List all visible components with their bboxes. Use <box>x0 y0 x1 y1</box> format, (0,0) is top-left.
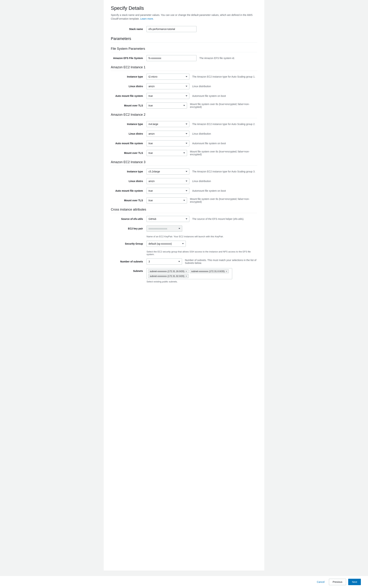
stack-name-label: Stack name <box>111 28 147 30</box>
ec2-3-auto-mount-row: Auto mount file system true Automount fi… <box>111 188 257 194</box>
security-group-label: Security Group <box>111 242 147 245</box>
ec2-2-linux-distro-select[interactable]: amzn <box>147 131 189 137</box>
footer-bar: Cancel Previous Next <box>0 576 368 588</box>
ec2-instance1-divider <box>111 70 257 71</box>
efs-utils-label: Source of efs-utils <box>111 218 147 220</box>
subnets-section: Subnets subnet-xxxxxxxx (172.31.16.0/20)… <box>111 268 257 283</box>
ec2-2-linux-distro-row: Linux distro amzn Linux distribution <box>111 131 257 137</box>
ec2-3-linux-distro-desc: Linux distribution <box>192 180 211 183</box>
ec2-1-auto-mount-select[interactable]: true <box>147 93 189 99</box>
subnets-container[interactable]: subnet-xxxxxxxx (172.31.16.0/20) × subne… <box>147 268 232 279</box>
ec2-3-auto-mount-desc: Automount file system on boot <box>192 189 226 192</box>
stack-name-input[interactable] <box>147 26 196 32</box>
ec2-1-instance-type-label: Instance type <box>111 75 147 78</box>
ec2-2-auto-mount-select[interactable]: true <box>147 140 189 146</box>
ec2-1-instance-type-row: Instance type t2.micro The Amazon EC2 in… <box>111 74 257 80</box>
subnets-row: Subnets subnet-xxxxxxxx (172.31.16.0/20)… <box>111 268 257 283</box>
keypair-select[interactable]: xxxxxxxxxxxxxxx <box>147 226 182 232</box>
keypair-section: EC2 key pair xxxxxxxxxxxxxxx Name of an … <box>111 226 257 238</box>
ec2-2-auto-mount-label: Auto mount file system <box>111 142 147 145</box>
ec2-1-mount-tls-label: Mount over TLS <box>111 104 147 107</box>
ec2-3-mount-tls-desc: Mount file system over tls (true=encrypt… <box>190 198 257 203</box>
keypair-label: EC2 key pair <box>111 227 147 230</box>
efs-utils-desc: The source of the EFS mount helper (efs-… <box>192 218 244 220</box>
ec2-1-auto-mount-desc: Automount file system on boot <box>192 95 226 97</box>
ec2-2-mount-tls-select[interactable]: true <box>147 150 187 156</box>
ec2-1-auto-mount-label: Auto mount file system <box>111 95 147 97</box>
subnet-tag-2: subnet-xxxxxxxx (172.31.0.0/20) × <box>190 269 229 273</box>
efs-label: Amazon EFS File System <box>111 57 147 60</box>
file-system-divider <box>111 52 257 52</box>
ec2-1-linux-distro-label: Linux distro <box>111 85 147 88</box>
ec2-1-instance-type-desc: The Amazon EC2 instance type for Auto Sc… <box>192 75 255 78</box>
ec2-3-mount-tls-label: Mount over TLS <box>111 199 147 202</box>
security-group-row: Security Group default (sg-xxxxxxxx) <box>111 241 257 247</box>
efs-utils-row: Source of efs-utils GitHub The source of… <box>111 216 257 222</box>
subnets-label: Subnets <box>111 268 147 272</box>
ec2-1-linux-distro-desc: Linux distribution <box>192 85 211 88</box>
subnet-tag-3: subnet-xxxxxxxx (172.31.32.0/20) × <box>148 274 189 278</box>
keypair-description: Name of an EC2 KeyPair. Your EC2 instanc… <box>147 235 257 238</box>
ec2-2-auto-mount-desc: Automount file system on boot <box>192 142 226 145</box>
ec2-2-instance-type-label: Instance type <box>111 123 147 125</box>
ec2-3-linux-distro-select[interactable]: amzn <box>147 178 189 184</box>
subnet-1-remove-icon[interactable]: × <box>185 270 187 272</box>
subnet-3-remove-icon[interactable]: × <box>185 275 187 277</box>
page-container: Specify Details Specify a stack name and… <box>104 0 264 570</box>
ec2-3-mount-tls-row: Mount over TLS true Mount file system ov… <box>111 197 257 203</box>
ec2-3-linux-distro-label: Linux distro <box>111 180 147 183</box>
subnets-note: Select existing public subnets. <box>147 280 257 283</box>
subnet-2-remove-icon[interactable]: × <box>226 270 227 272</box>
cancel-button[interactable]: Cancel <box>315 579 327 585</box>
security-group-description: Select the EC2 security group that allow… <box>147 250 257 256</box>
ec2-2-mount-tls-label: Mount over TLS <box>111 151 147 154</box>
ec2-2-mount-tls-desc: Mount file system over tls (true=encrypt… <box>190 150 257 156</box>
efs-input[interactable] <box>147 55 196 61</box>
num-subnets-select[interactable]: 3 <box>147 259 182 264</box>
num-subnets-row: Number of subnets 3 Number of subnets. T… <box>111 259 257 264</box>
num-subnets-label: Number of subnets <box>111 260 147 263</box>
cross-instance-divider <box>111 213 257 213</box>
ec2-2-linux-distro-desc: Linux distribution <box>192 132 211 135</box>
subnet-tag-1: subnet-xxxxxxxx (172.31.16.0/20) × <box>148 269 189 273</box>
file-system-section-title: File System Parameters <box>111 47 257 51</box>
ec2-2-mount-tls-row: Mount over TLS true Mount file system ov… <box>111 150 257 156</box>
security-group-section: Security Group default (sg-xxxxxxxx) Sel… <box>111 241 257 256</box>
ec2-1-linux-distro-row: Linux distro amzn Linux distribution <box>111 83 257 89</box>
parameters-section-title: Parameters <box>111 36 257 41</box>
learn-more-link[interactable]: Learn more. <box>140 17 154 20</box>
ec2-3-instance-type-desc: The Amazon EC2 instance type for Auto Sc… <box>192 170 255 173</box>
ec2-1-linux-distro-select[interactable]: amzn <box>147 83 189 89</box>
stack-name-value <box>147 26 257 32</box>
ec2-2-auto-mount-row: Auto mount file system true Automount fi… <box>111 140 257 146</box>
ec2-1-instance-type-select[interactable]: t2.micro <box>147 74 189 80</box>
ec2-3-instance-type-row: Instance type c5.2xlarge The Amazon EC2 … <box>111 168 257 175</box>
efs-description: The Amazon EFS file system id. <box>199 57 235 60</box>
num-subnets-desc: Number of subnets. This must match your … <box>185 259 257 264</box>
ec2-1-mount-tls-select[interactable]: true <box>147 103 187 109</box>
ec2-3-instance-type-select[interactable]: c5.2xlarge <box>147 168 189 175</box>
ec2-3-linux-distro-row: Linux distro amzn Linux distribution <box>111 178 257 184</box>
ec2-3-instance-type-label: Instance type <box>111 170 147 173</box>
next-button[interactable]: Next <box>348 579 361 585</box>
ec2-2-instance-type-select[interactable]: m4.large <box>147 121 189 127</box>
page-description: Specify a stack name and parameter value… <box>111 13 257 21</box>
page-title: Specify Details <box>111 5 257 11</box>
ec2-2-linux-distro-label: Linux distro <box>111 132 147 135</box>
security-group-select[interactable]: default (sg-xxxxxxxx) <box>147 241 186 247</box>
efs-file-system-row: Amazon EFS File System The Amazon EFS fi… <box>111 55 257 61</box>
ec2-1-auto-mount-row: Auto mount file system true Automount fi… <box>111 93 257 99</box>
ec2-3-auto-mount-label: Auto mount file system <box>111 189 147 192</box>
efs-utils-select[interactable]: GitHub <box>147 216 189 222</box>
ec2-1-mount-tls-desc: Mount file system over tls (true=encrypt… <box>190 103 257 108</box>
cross-instance-title: Cross instance attributes <box>111 208 257 211</box>
ec2-instance2-title: Amazon EC2 Instance 2 <box>111 113 257 117</box>
ec2-3-auto-mount-select[interactable]: true <box>147 188 189 194</box>
ec2-1-mount-tls-row: Mount over TLS true Mount file system ov… <box>111 103 257 109</box>
stack-name-row: Stack name <box>111 26 257 32</box>
ec2-3-mount-tls-select[interactable]: true <box>147 197 187 203</box>
ec2-2-instance-type-desc: The Amazon EC2 instance type for Auto Sc… <box>192 123 255 125</box>
ec2-instance3-title: Amazon EC2 Instance 3 <box>111 160 257 164</box>
previous-button[interactable]: Previous <box>329 579 346 585</box>
ec2-instance1-title: Amazon EC2 Instance 1 <box>111 65 257 69</box>
